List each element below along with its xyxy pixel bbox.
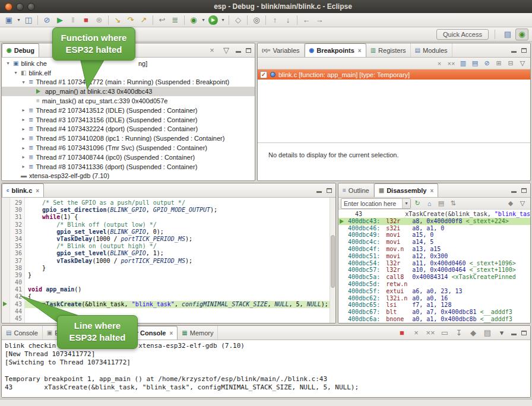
collapse-icon[interactable]: ▾ <box>13 70 18 75</box>
code-line[interactable]: /* Blink off (output low) */ <box>25 221 335 229</box>
instruction-stepping-icon[interactable]: ≣ <box>169 14 182 26</box>
disassembly-line[interactable]: 400dbc4f:mov.na13, a15 <box>338 246 530 253</box>
expand-all-icon[interactable]: ⊞ <box>493 59 504 68</box>
terminate-icon[interactable]: ■ <box>395 327 408 339</box>
disassembly-line[interactable]: 400dbc5d:retw.n <box>338 281 530 288</box>
go-to-file-icon[interactable]: ▤ <box>470 59 480 68</box>
close-window-button[interactable] <box>5 3 12 11</box>
display-selected-console-icon[interactable]: ▤ <box>481 327 494 339</box>
code-line[interactable]: gpio_set_level(BLINK_GPIO, 0); <box>25 229 335 236</box>
disassembly-line[interactable]: 400dbc62:l32i.na0, a0, 16 <box>338 295 530 302</box>
step-over-icon[interactable]: ↷ <box>124 14 137 26</box>
suspend-icon[interactable]: ‖ <box>66 14 80 26</box>
scroll-lock-icon[interactable]: ↧ <box>452 327 466 339</box>
pin-disassembly-icon[interactable]: ◆ <box>505 199 516 208</box>
titlebar[interactable]: esp - Debug - blink/main/blink.c - Eclip… <box>0 0 532 13</box>
maximize-panel-icon[interactable] <box>520 328 528 338</box>
expand-icon[interactable]: ▸ <box>21 117 26 122</box>
close-tab-icon[interactable]: × <box>358 47 362 54</box>
editor-code-area[interactable]: /* Set the GPIO as a push/pull output */… <box>25 198 335 323</box>
expand-icon[interactable]: ▸ <box>21 107 26 113</box>
code-line[interactable]: gpio_set_level(BLINK_GPIO, 1); <box>25 250 335 257</box>
expand-icon[interactable]: ▸ <box>21 126 26 132</box>
step-return-icon[interactable]: ↗ <box>137 14 150 26</box>
code-line[interactable]: } <box>25 272 335 279</box>
tab-memory[interactable]: ▦Memory <box>178 326 218 340</box>
thread-2[interactable]: ▸≣Thread #2 1073413512 (IDLE) (Suspended… <box>2 106 255 115</box>
disassembly-line[interactable]: 400dbc46:s32ia8, a1, 0 <box>338 225 530 232</box>
back-icon[interactable]: ← <box>300 14 313 26</box>
minimize-panel-icon[interactable] <box>234 45 243 56</box>
minimize-panel-icon[interactable] <box>509 328 518 338</box>
new-wizard-dropdown-icon[interactable]: ▾ <box>15 14 22 26</box>
maximize-window-button[interactable] <box>27 3 35 11</box>
editor-scrollbar[interactable] <box>330 198 335 323</box>
expand-icon[interactable]: ▸ <box>21 164 26 169</box>
clear-console-icon[interactable]: ▭ <box>438 327 451 339</box>
close-tab-icon[interactable]: × <box>169 330 173 337</box>
new-wizard-icon[interactable]: ▣ <box>2 14 15 26</box>
view-menu-icon[interactable]: ▽ <box>220 45 233 56</box>
drop-to-frame-icon[interactable]: ↩ <box>156 14 169 26</box>
thread-6[interactable]: ▸≣Thread #6 1073431096 (Tmr Svc) (Suspen… <box>2 143 255 153</box>
tab-outline[interactable]: ≡Outline <box>338 183 374 197</box>
code-line[interactable]: vTaskDelay(1000 / portTICK_PERIOD_MS); <box>25 258 335 265</box>
disassembly-line[interactable]: 400dbc5f:extuia6, a0, 23, 13 <box>338 288 530 295</box>
disassembly-body[interactable]: 43 xTaskCreate(&blink_task, "blink_tas40… <box>338 210 530 323</box>
tab-variables[interactable]: (x)=Variables <box>258 43 305 57</box>
code-line[interactable]: while(1) { <box>25 214 335 221</box>
thread-7[interactable]: ▸≣Thread #7 1073408744 (ipc0) (Suspended… <box>2 153 255 162</box>
expand-icon[interactable]: ▸ <box>21 136 26 141</box>
disassembly-line[interactable]: 400dbc57:l32ra10, 0x400d0464 <_stext+110… <box>338 267 530 274</box>
tab-breakpoints[interactable]: ◉Breakpoints× <box>305 43 366 57</box>
code-line[interactable] <box>25 279 335 286</box>
location-input[interactable]: Enter location here ▾ <box>341 198 411 209</box>
code-line[interactable]: gpio_set_direction(BLINK_GPIO, GPIO_MODE… <box>25 207 335 214</box>
quick-access-button[interactable]: Quick Access <box>436 29 489 40</box>
collapse-icon[interactable]: ▾ <box>21 80 26 85</box>
debug-perspective-icon[interactable]: ◉ <box>515 28 528 40</box>
collapse-all-icon[interactable]: ⊟ <box>505 59 516 68</box>
breakpoint-checkbox[interactable]: ✓ <box>260 71 267 78</box>
editor-marker-ruler[interactable] <box>2 198 10 323</box>
thread-3[interactable]: ▸≣Thread #3 1073413156 (IDLE) (Suspended… <box>2 115 255 125</box>
remove-all-terminated-icon[interactable]: × <box>205 45 218 56</box>
maximize-panel-icon[interactable] <box>520 185 528 196</box>
code-line[interactable]: } <box>25 265 335 272</box>
maximize-panel-icon[interactable] <box>520 45 528 56</box>
sync-icon[interactable]: ⇅ <box>448 199 458 208</box>
console-dropdown-icon[interactable]: ▾ <box>495 327 508 339</box>
gdb-process[interactable]: ▬xtensa-esp32-elf-gdb (7.10) <box>2 172 255 180</box>
disassembly-line[interactable]: 400dbc5a:call80x40084314 <xTaskCreatePin… <box>338 274 530 281</box>
tab-debug[interactable]: ◉Debug <box>2 43 39 57</box>
tab-modules[interactable]: ▤Modules <box>411 43 452 57</box>
code-line[interactable]: vTaskDelay(1000 / portTICK_PERIOD_MS); <box>25 236 335 243</box>
thread-1[interactable]: ▾≣Thread #1 1073411772 (main : Running) … <box>2 78 255 87</box>
remove-all-breakpoints-icon[interactable]: ×× <box>446 59 457 68</box>
code-line[interactable]: xTaskCreate(&blink_task, "blink_task", c… <box>25 301 335 308</box>
tab-disassembly[interactable]: ▦Disassembly× <box>374 183 439 197</box>
tab-console[interactable]: ▤Console <box>2 326 43 340</box>
view-menu-icon[interactable]: ▽ <box>517 59 528 68</box>
code-line[interactable]: { <box>25 293 335 300</box>
skip-all-breakpoints-icon[interactable]: ⊘ <box>40 14 53 26</box>
debug-dropdown-icon[interactable]: ▾ <box>200 14 207 26</box>
disassembly-line[interactable]: 400dbc51:movia12, 0x300 <box>338 253 530 260</box>
process-blink-elf[interactable]: ▾◧blink.elf <box>2 68 255 78</box>
refresh-icon[interactable]: ↻ <box>412 199 423 208</box>
disassembly-line[interactable]: 400dbc54:l32ra11, 0x400d0460 <_stext+109… <box>338 260 530 267</box>
code-line[interactable] <box>25 308 335 315</box>
code-line[interactable]: /* Set the GPIO as a push/pull output */ <box>25 199 335 207</box>
remove-launch-icon[interactable]: × <box>410 327 423 339</box>
external-tools-icon[interactable]: ◇ <box>232 14 245 26</box>
disassembly-line[interactable]: 400dbc67:blta0, a7, 0x400dbc81 <__adddf3 <box>338 309 530 316</box>
stack-frame-app-main[interactable]: app_main() at blink.c:43 0x400dbc43 <box>2 87 255 96</box>
code-line[interactable]: void app_main() <box>25 286 335 293</box>
collapse-icon[interactable]: ▾ <box>5 61 11 66</box>
resume-icon[interactable]: ▶ <box>53 14 66 26</box>
save-icon[interactable]: ◫ <box>22 14 35 26</box>
expand-icon[interactable]: ▸ <box>21 145 26 151</box>
run-dropdown-icon[interactable]: ▾ <box>220 14 226 26</box>
expand-icon[interactable]: ▸ <box>21 154 26 160</box>
debug-icon[interactable]: ◉ <box>187 14 200 26</box>
